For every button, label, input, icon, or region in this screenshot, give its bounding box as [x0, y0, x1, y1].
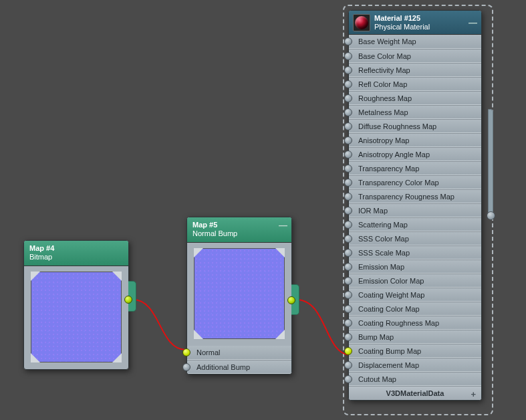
- material-slot[interactable]: Metalness Map: [349, 105, 481, 119]
- material-slot[interactable]: Anisotropy Angle Map: [349, 147, 481, 161]
- material-slot-label: Cutout Map: [358, 375, 396, 383]
- material-slot-label: Transparency Map: [358, 165, 419, 173]
- port-base-color-map[interactable]: [344, 52, 352, 60]
- node-normal-preview[interactable]: [194, 248, 285, 339]
- node-material-footer[interactable]: V3DMaterialData +: [349, 386, 481, 400]
- material-slot[interactable]: Anisotropy Map: [349, 133, 481, 147]
- collapse-icon[interactable]: —: [469, 17, 477, 27]
- port-emission-map[interactable]: [344, 263, 352, 271]
- node-material-slots: Base Weight MapBase Color MapReflectivit…: [349, 35, 481, 386]
- port-metalness-map[interactable]: [344, 108, 352, 116]
- input-normal[interactable]: Normal: [187, 346, 291, 360]
- port-base-weight-map[interactable]: [344, 37, 352, 45]
- port-coating-weight-map[interactable]: [344, 291, 352, 299]
- material-slot[interactable]: Base Color Map: [349, 49, 481, 63]
- material-slot[interactable]: Roughness Map: [349, 91, 481, 105]
- port-normal[interactable]: [182, 348, 190, 356]
- material-slot-label: Bump Map: [358, 333, 394, 341]
- node-bitmap-subtitle: Bitmap: [29, 253, 123, 261]
- material-slot[interactable]: Coating Color Map: [349, 302, 481, 316]
- material-slot[interactable]: Base Weight Map: [349, 35, 481, 49]
- port-anisotropy-map[interactable]: [344, 136, 352, 144]
- material-right-tab: [488, 109, 493, 216]
- port-reflectivity-map[interactable]: [344, 66, 352, 74]
- material-slot-label: Base Color Map: [358, 52, 411, 60]
- input-additional-bump-label: Additional Bump: [196, 363, 250, 371]
- material-slot-label: Emission Color Map: [358, 277, 424, 285]
- node-normal-output-port[interactable]: [287, 296, 295, 304]
- material-slot[interactable]: Emission Map: [349, 259, 481, 274]
- material-slot-label: SSS Color Map: [358, 235, 409, 243]
- material-slot[interactable]: Coating Weight Map: [349, 288, 481, 302]
- material-slot[interactable]: Cutout Map: [349, 372, 481, 386]
- port-displacement-map[interactable]: [344, 361, 352, 369]
- port-bump-map[interactable]: [344, 333, 352, 341]
- port-transparency-map[interactable]: [344, 165, 352, 173]
- input-additional-bump[interactable]: Additional Bump: [187, 360, 291, 374]
- collapse-icon[interactable]: —: [279, 220, 287, 230]
- material-slot-label: Anisotropy Map: [358, 136, 409, 144]
- material-slot[interactable]: Transparency Color Map: [349, 175, 481, 189]
- material-slot[interactable]: Coating Roughness Map: [349, 316, 481, 330]
- port-scattering-map[interactable]: [344, 221, 352, 229]
- node-normal-preview-wrap: [187, 243, 291, 346]
- footer-label: V3DMaterialData: [386, 389, 444, 397]
- node-bitmap-title: Map #4: [29, 243, 123, 253]
- port-anisotropy-angle-map[interactable]: [344, 150, 352, 159]
- material-slot[interactable]: Bump Map: [349, 330, 481, 344]
- material-slot[interactable]: Transparency Map: [349, 161, 481, 175]
- node-normal-inputs: Normal Additional Bump: [187, 346, 291, 374]
- port-diffuse-roughness-map[interactable]: [344, 122, 352, 130]
- material-slot[interactable]: Reflectivity Map: [349, 63, 481, 77]
- port-transparency-color-map[interactable]: [344, 179, 352, 187]
- port-emission-color-map[interactable]: [344, 277, 352, 285]
- material-slot-label: Coating Roughness Map: [358, 319, 439, 327]
- material-slot-label: Metalness Map: [358, 108, 408, 116]
- port-roughness-map[interactable]: [344, 94, 352, 102]
- port-refl-color-map[interactable]: [344, 80, 352, 88]
- port-sss-color-map[interactable]: [344, 235, 352, 243]
- port-sss-scale-map[interactable]: [344, 249, 352, 257]
- node-normal-bump[interactable]: Map #5 Normal Bump — Normal Additional B…: [186, 217, 292, 375]
- input-normal-label: Normal: [196, 348, 220, 356]
- material-slot-label: IOR Map: [358, 207, 388, 215]
- node-material[interactable]: Material #125 Physical Material — Base W…: [348, 10, 482, 401]
- node-material-header[interactable]: Material #125 Physical Material —: [349, 11, 481, 35]
- material-slot-label: Transparency Color Map: [358, 179, 439, 187]
- material-slot-label: Diffuse Roughness Map: [358, 122, 436, 130]
- node-bitmap-output-port[interactable]: [124, 296, 132, 304]
- node-normal-title: Map #5: [192, 220, 286, 229]
- port-coating-bump-map[interactable]: [344, 347, 352, 355]
- port-ior-map[interactable]: [344, 207, 352, 215]
- material-slot[interactable]: IOR Map: [349, 203, 481, 217]
- node-material-title: Material #125: [374, 13, 465, 23]
- port-additional-bump[interactable]: [182, 363, 190, 371]
- port-coating-color-map[interactable]: [344, 305, 352, 313]
- material-slot[interactable]: Coating Bump Map: [349, 344, 481, 358]
- material-slot[interactable]: Transparency Rougness Map: [349, 189, 481, 203]
- node-bitmap[interactable]: Map #4 Bitmap: [23, 240, 129, 370]
- node-normal-subtitle: Normal Bump: [192, 229, 286, 238]
- port-coating-roughness-map[interactable]: [344, 319, 352, 327]
- material-slot[interactable]: Displacement Map: [349, 358, 481, 372]
- material-slot-label: Scattering Map: [358, 221, 408, 229]
- material-sphere-icon: [353, 14, 370, 31]
- material-group-port[interactable]: [487, 211, 495, 220]
- port-cutout-map[interactable]: [344, 375, 352, 383]
- material-slot-label: SSS Scale Map: [358, 249, 410, 257]
- material-slot[interactable]: Scattering Map: [349, 217, 481, 231]
- plus-icon[interactable]: +: [471, 388, 476, 401]
- node-bitmap-header[interactable]: Map #4 Bitmap: [24, 241, 128, 266]
- node-bitmap-preview[interactable]: [31, 272, 122, 362]
- material-slot[interactable]: SSS Color Map: [349, 231, 481, 245]
- material-slot[interactable]: Emission Color Map: [349, 274, 481, 288]
- material-slot-label: Roughness Map: [358, 94, 412, 102]
- material-slot[interactable]: SSS Scale Map: [349, 245, 481, 259]
- material-slot[interactable]: Diffuse Roughness Map: [349, 119, 481, 133]
- material-slot-label: Emission Map: [358, 263, 404, 271]
- material-slot[interactable]: Refl Color Map: [349, 77, 481, 91]
- node-normal-header[interactable]: Map #5 Normal Bump —: [187, 217, 291, 243]
- port-transparency-rougness-map[interactable]: [344, 193, 352, 201]
- material-slot-label: Coating Color Map: [358, 305, 420, 313]
- material-slot-label: Anisotropy Angle Map: [358, 150, 430, 159]
